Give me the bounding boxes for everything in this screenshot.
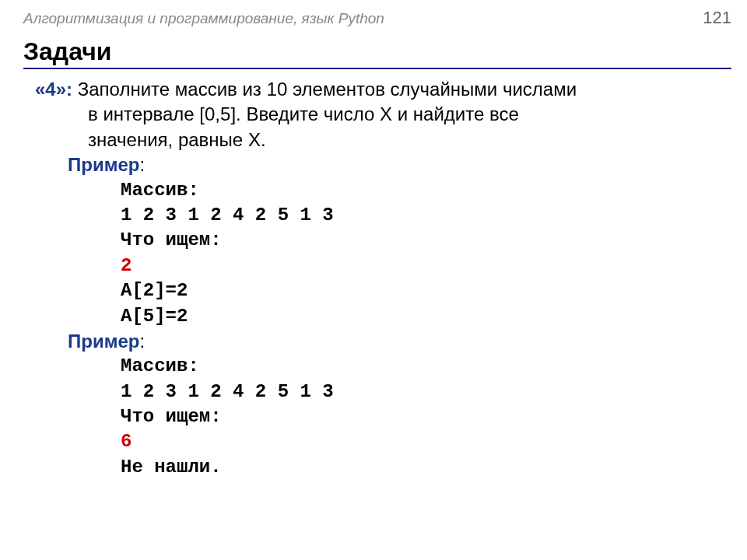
example2-result: Не нашли.	[35, 455, 731, 480]
task-text-line2: в интервале [0,5]. Введите число X и най…	[35, 102, 731, 127]
section-title: Задачи	[23, 37, 731, 69]
subject-title: Алгоритмизация и программирование, язык …	[23, 10, 384, 27]
example1-result2: A[5]=2	[35, 304, 731, 329]
task-first-line: «4»: Заполните массив из 10 элементов сл…	[35, 77, 731, 102]
task-text-line1: Заполните массив из 10 элементов случайн…	[78, 79, 577, 100]
task-content: «4»: Заполните массив из 10 элементов сл…	[23, 77, 731, 480]
example1-label-row: Пример:	[35, 152, 731, 177]
task-text-line3: значения, равные X.	[35, 128, 731, 152]
example2-search-value: 6	[35, 429, 731, 454]
example1-array-values: 1 2 3 1 2 4 2 5 1 3	[35, 203, 731, 228]
example2-array-label: Массив:	[35, 354, 731, 379]
example1-array-label: Массив:	[35, 178, 731, 203]
example2-search-label: Что ищем:	[35, 404, 731, 429]
example1-result1: A[2]=2	[35, 278, 731, 303]
example1-colon: :	[139, 154, 145, 175]
example1-search-label: Что ищем:	[35, 228, 731, 253]
example2-label: Пример	[35, 331, 139, 352]
example2-colon: :	[139, 331, 145, 352]
example1-search-value: 2	[35, 254, 731, 278]
page-number: 121	[703, 8, 731, 28]
slide-header: Алгоритмизация и программирование, язык …	[23, 8, 731, 28]
example2-array-values: 1 2 3 1 2 4 2 5 1 3	[35, 380, 731, 404]
task-label: «4»:	[35, 79, 72, 100]
example1-label: Пример	[35, 154, 139, 175]
example2-label-row: Пример:	[35, 329, 731, 354]
